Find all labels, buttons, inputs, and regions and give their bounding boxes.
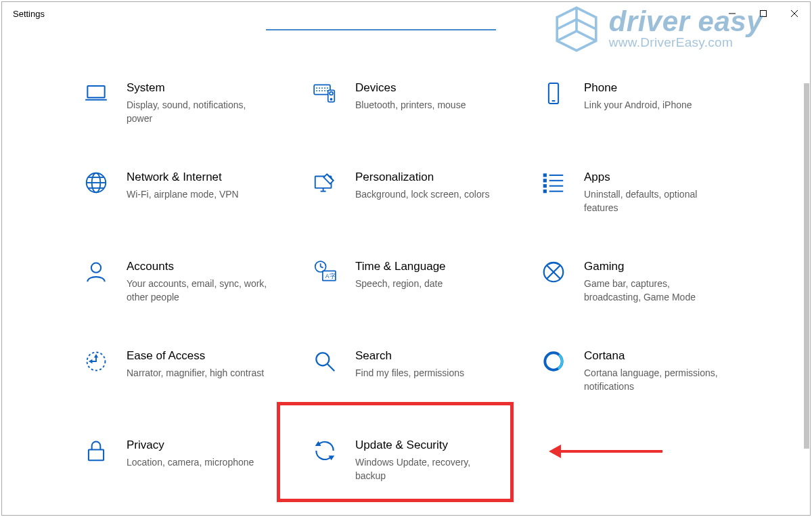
svg-line-59 [577, 31, 596, 41]
tile-accounts[interactable]: Accounts Your accounts, email, sync, wor… [83, 255, 312, 344]
svg-marker-48 [89, 359, 93, 363]
svg-rect-53 [89, 449, 104, 460]
tile-time-language[interactable]: A字 Time & Language Speech, region, date [312, 255, 541, 344]
tile-title: Privacy [127, 438, 254, 453]
tile-ease-of-access[interactable]: Ease of Access Narrator, magnifier, high… [83, 344, 312, 434]
scrollbar-thumb[interactable] [804, 83, 809, 449]
tile-apps[interactable]: Apps Uninstall, defaults, optional featu… [541, 166, 769, 255]
titlebar: Settings [2, 2, 810, 25]
svg-line-58 [557, 31, 577, 41]
tile-subtitle: Link your Android, iPhone [584, 98, 692, 112]
tile-phone[interactable]: Phone Link your Android, iPhone [541, 76, 769, 166]
laptop-icon [83, 81, 109, 106]
scrollbar[interactable] [804, 83, 809, 511]
tile-cortana[interactable]: Cortana Cortana language, permissions, n… [541, 344, 769, 434]
svg-point-19 [330, 99, 332, 100]
tile-title: Search [355, 349, 464, 363]
tile-search[interactable]: Search Find my files, permissions [312, 344, 541, 434]
svg-text:A字: A字 [325, 273, 336, 279]
svg-rect-31 [544, 174, 546, 176]
tile-subtitle: Game bar, captures, broadcasting, Game M… [584, 277, 726, 304]
ease-of-access-icon [83, 349, 109, 374]
tile-subtitle: Narrator, magnifier, high contrast [127, 366, 264, 380]
tile-title: Personalization [355, 170, 489, 185]
search-icon [312, 349, 338, 374]
tile-title: Network & Internet [127, 170, 239, 185]
tile-gaming[interactable]: Gaming Game bar, captures, broadcasting,… [541, 255, 769, 344]
svg-rect-33 [544, 179, 546, 181]
maximize-button[interactable] [748, 2, 779, 25]
tile-subtitle: Find my files, permissions [355, 366, 464, 380]
svg-point-39 [91, 263, 101, 273]
svg-rect-1 [761, 11, 767, 17]
tile-network[interactable]: Network & Internet Wi-Fi, airplane mode,… [83, 166, 312, 255]
tile-subtitle: Cortana language, permissions, notificat… [584, 366, 726, 393]
svg-marker-47 [94, 354, 98, 358]
tile-subtitle: Bluetooth, printers, mouse [355, 98, 466, 112]
tile-title: Phone [584, 81, 692, 95]
settings-window: Settings System [1, 1, 811, 516]
tile-subtitle: Windows Update, recovery, backup [355, 455, 497, 482]
svg-rect-4 [87, 86, 104, 97]
tile-title: Cortana [584, 349, 726, 363]
tile-privacy[interactable]: Privacy Location, camera, microphone [83, 434, 312, 517]
tile-title: Time & Language [355, 259, 446, 274]
tile-devices[interactable]: Devices Bluetooth, printers, mouse [312, 76, 541, 166]
settings-categories: System Display, sound, notifications, po… [83, 76, 796, 511]
xbox-icon [541, 259, 566, 285]
globe-icon [83, 170, 109, 196]
tile-title: Apps [584, 170, 726, 185]
person-icon [83, 259, 109, 285]
sync-update-icon [312, 438, 338, 464]
lock-icon [83, 438, 109, 464]
cortana-icon [541, 349, 566, 374]
tile-subtitle: Location, camera, microphone [127, 455, 254, 469]
tile-subtitle: Your accounts, email, sync, work, other … [127, 277, 269, 304]
svg-rect-35 [544, 185, 546, 187]
tile-subtitle: Display, sound, notifications, power [127, 98, 269, 125]
tile-subtitle: Background, lock screen, colors [355, 187, 489, 201]
keyboard-devices-icon [312, 81, 338, 106]
search-field-underline[interactable] [266, 29, 496, 30]
svg-line-50 [328, 364, 334, 371]
watermark-url: www.DriverEasy.com [609, 35, 763, 50]
tile-system[interactable]: System Display, sound, notifications, po… [83, 76, 312, 166]
svg-line-42 [321, 267, 323, 268]
window-controls [717, 2, 810, 25]
close-button[interactable] [779, 2, 810, 25]
tile-subtitle: Speech, region, date [355, 277, 446, 290]
tile-personalization[interactable]: Personalization Background, lock screen,… [312, 166, 541, 255]
tile-title: Update & Security [355, 438, 497, 453]
tile-title: Gaming [584, 259, 726, 274]
tile-title: System [127, 81, 269, 95]
svg-rect-37 [544, 190, 546, 192]
time-language-icon: A字 [312, 259, 338, 285]
apps-list-icon [541, 170, 566, 196]
phone-icon [541, 81, 566, 106]
tile-title: Accounts [127, 259, 269, 274]
minimize-button[interactable] [717, 2, 748, 25]
window-title: Settings [13, 9, 45, 19]
tile-update-security[interactable]: Update & Security Windows Update, recove… [312, 434, 541, 517]
tile-title: Ease of Access [127, 349, 264, 363]
paint-icon [312, 170, 338, 196]
tile-subtitle: Uninstall, defaults, optional features [584, 187, 726, 215]
tile-title: Devices [355, 81, 466, 95]
svg-point-49 [316, 353, 329, 365]
tile-subtitle: Wi-Fi, airplane mode, VPN [127, 187, 239, 201]
